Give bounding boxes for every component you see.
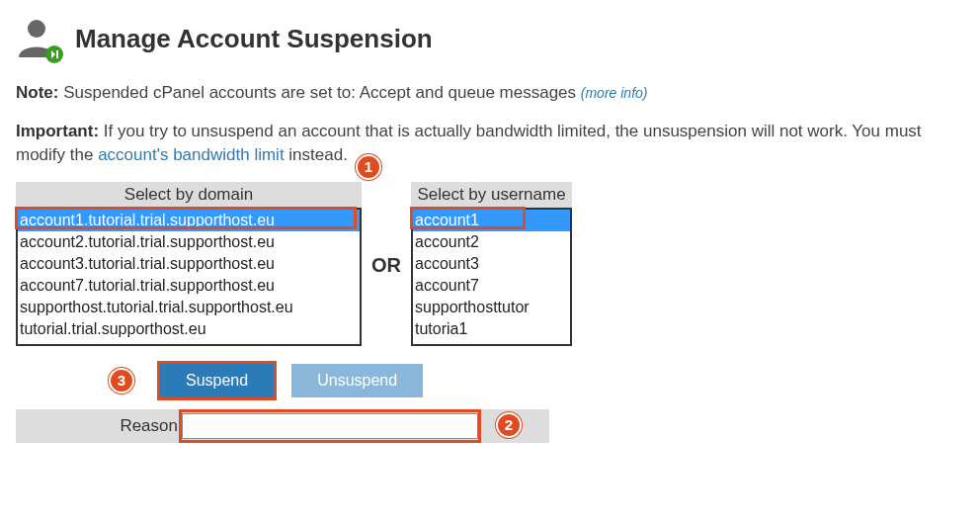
domain-option[interactable]: tutorial.trial.supporthost.eu — [18, 318, 360, 340]
svg-rect-2 — [56, 50, 58, 58]
selector-row: Select by domain account1.tutorial.trial… — [16, 182, 964, 350]
note-text: Suspended cPanel accounts are set to: Ac… — [63, 83, 576, 102]
domain-column: Select by domain account1.tutorial.trial… — [16, 182, 362, 350]
unsuspend-button[interactable]: Unsuspend — [291, 364, 423, 397]
user-option[interactable]: supporthosttutor — [413, 297, 570, 318]
more-info-link[interactable]: (more info) — [581, 85, 648, 101]
domain-option[interactable]: account1.tutorial.trial.supporthost.eu — [18, 210, 360, 231]
user-option[interactable]: tutoria1 — [413, 318, 570, 340]
note-line: Note: Suspended cPanel accounts are set … — [16, 81, 964, 106]
important-text-after: instead. — [285, 145, 348, 164]
callout-number-2: 2 — [496, 412, 522, 438]
or-separator: 1 OR — [362, 182, 411, 350]
button-row: 3 Suspend Unsuspend — [16, 364, 964, 397]
important-line: Important: If you try to unsuspend an ac… — [16, 120, 964, 168]
play-badge-icon — [45, 45, 63, 63]
user-suspend-icon — [16, 16, 61, 61]
domain-option[interactable]: account3.tutorial.trial.supporthost.eu — [18, 253, 360, 275]
domain-listbox[interactable]: account1.tutorial.trial.supporthost.euac… — [16, 208, 362, 346]
username-column: Select by username account1account2accou… — [411, 182, 572, 350]
user-option[interactable]: account2 — [413, 231, 570, 253]
page-title: Manage Account Suspension — [75, 24, 433, 54]
user-option[interactable]: account3 — [413, 253, 570, 275]
reason-label: Reason — [16, 416, 182, 436]
user-option[interactable]: account1 — [413, 210, 570, 231]
callout-number-1: 1 — [356, 154, 381, 180]
username-listbox[interactable]: account1account2account3account7supporth… — [411, 208, 572, 346]
domain-option[interactable]: account2.tutorial.trial.supporthost.eu — [18, 231, 360, 253]
bandwidth-limit-link[interactable]: account's bandwidth limit — [98, 145, 284, 164]
domain-option[interactable]: account7.tutorial.trial.supporthost.eu — [18, 275, 360, 297]
or-label: OR — [371, 254, 401, 277]
note-label: Note: — [16, 83, 58, 102]
page-header: Manage Account Suspension — [16, 16, 964, 61]
reason-input[interactable] — [182, 413, 478, 439]
user-option[interactable]: account7 — [413, 275, 570, 297]
domain-header: Select by domain — [16, 182, 362, 208]
callout-number-3: 3 — [109, 368, 134, 394]
suspend-button[interactable]: Suspend — [160, 364, 274, 397]
important-label: Important: — [16, 122, 99, 140]
domain-option[interactable]: supporthost.tutorial.trial.supporthost.e… — [18, 297, 360, 318]
svg-marker-1 — [51, 50, 55, 58]
username-header: Select by username — [411, 182, 572, 208]
reason-row: Reason 2 — [16, 409, 549, 443]
svg-point-0 — [28, 20, 45, 38]
